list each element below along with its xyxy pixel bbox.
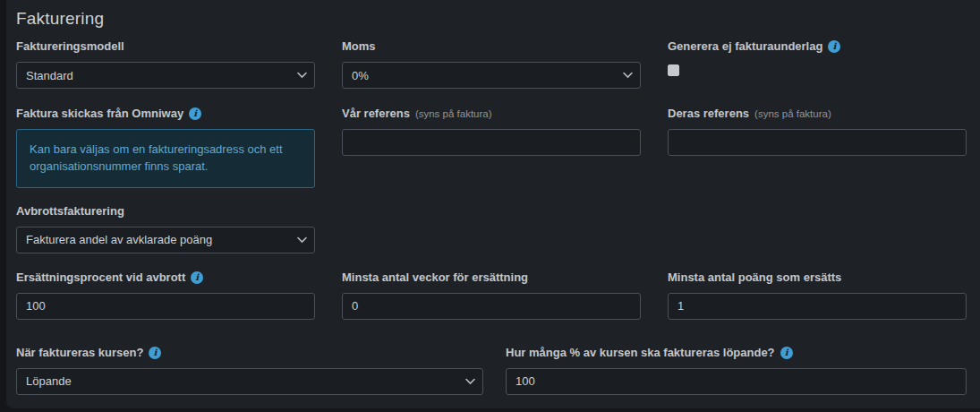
avbrottsfakturering-label: Avbrottsfakturering <box>16 204 315 219</box>
moms-label: Moms <box>342 39 641 54</box>
deras-referens-suffix: (syns på faktura) <box>754 107 831 121</box>
row-2: Faktura skickas från Omniway i Kan bara … <box>16 107 967 188</box>
var-referens-label: Vår referens (syns på faktura) <box>342 107 641 121</box>
deras-referens-label: Deras referens (syns på faktura) <box>668 107 967 121</box>
info-icon[interactable]: i <box>189 107 201 120</box>
row-5: När faktureras kursen? i Löpande Hur mån… <box>16 346 967 395</box>
moms-select[interactable]: 0% <box>342 62 641 89</box>
field-faktureringsmodell: Faktureringsmodell Standard <box>16 39 315 89</box>
generera-ej-fakturaunderlag-label: Generera ej fakturaunderlag i <box>668 39 967 54</box>
field-generera-ej-fakturaunderlag: Generera ej fakturaunderlag i <box>668 39 967 76</box>
field-var-referens: Vår referens (syns på faktura) <box>342 107 641 156</box>
procent-lopande-input[interactable] <box>506 368 967 395</box>
info-icon[interactable]: i <box>149 347 161 359</box>
minsta-antal-poang-label: Minsta antal poäng som ersätts <box>668 270 967 285</box>
field-moms: Moms 0% <box>342 39 641 89</box>
faktureringsmodell-label: Faktureringsmodell <box>16 39 315 54</box>
nar-faktureras-kursen-select[interactable]: Löpande <box>16 368 483 395</box>
ersattningsprocent-input[interactable] <box>16 293 315 320</box>
info-box: Kan bara väljas om en faktureringsadress… <box>16 129 315 188</box>
field-ersattningsprocent: Ersättningsprocent vid avbrott i <box>16 270 315 320</box>
info-icon[interactable]: i <box>191 271 203 284</box>
faktureringsmodell-select[interactable]: Standard <box>16 62 315 89</box>
faktura-skickas-fran-omniway-label: Faktura skickas från Omniway i <box>16 107 315 121</box>
ersattningsprocent-label: Ersättningsprocent vid avbrott i <box>16 270 315 285</box>
field-minsta-antal-poang: Minsta antal poäng som ersätts <box>668 270 967 320</box>
field-nar-faktureras-kursen: När faktureras kursen? i Löpande <box>16 346 483 395</box>
procent-lopande-label: Hur många % av kursen ska faktureras löp… <box>506 346 967 360</box>
row-1: Faktureringsmodell Standard Moms 0% <box>16 39 967 89</box>
field-avbrottsfakturering: Avbrottsfakturering Fakturera andel av a… <box>16 204 315 253</box>
var-referens-suffix: (syns på faktura) <box>415 107 492 121</box>
avbrottsfakturering-select[interactable]: Fakturera andel av avklarade poäng <box>16 227 315 253</box>
minsta-antal-poang-input[interactable] <box>668 293 967 320</box>
var-referens-input[interactable] <box>342 129 641 156</box>
row-3: Avbrottsfakturering Fakturera andel av a… <box>16 204 967 253</box>
page-title: Fakturering <box>16 9 967 29</box>
minsta-antal-veckor-label: Minsta antal veckor för ersättning <box>342 270 641 285</box>
field-deras-referens: Deras referens (syns på faktura) <box>668 107 967 156</box>
deras-referens-input[interactable] <box>668 129 967 156</box>
generera-ej-fakturaunderlag-checkbox[interactable] <box>668 64 679 76</box>
minsta-antal-veckor-input[interactable] <box>342 293 641 320</box>
info-icon[interactable]: i <box>828 40 840 53</box>
field-procent-lopande: Hur många % av kursen ska faktureras löp… <box>506 346 967 395</box>
nar-faktureras-kursen-label: När faktureras kursen? i <box>16 346 483 360</box>
row-4: Ersättningsprocent vid avbrott i Minsta … <box>16 270 967 320</box>
info-icon[interactable]: i <box>780 347 793 359</box>
field-minsta-antal-veckor: Minsta antal veckor för ersättning <box>342 270 641 320</box>
fakturering-panel: Fakturering Faktureringsmodell Standard … <box>6 0 980 408</box>
field-faktura-skickas-fran-omniway: Faktura skickas från Omniway i Kan bara … <box>16 107 315 188</box>
